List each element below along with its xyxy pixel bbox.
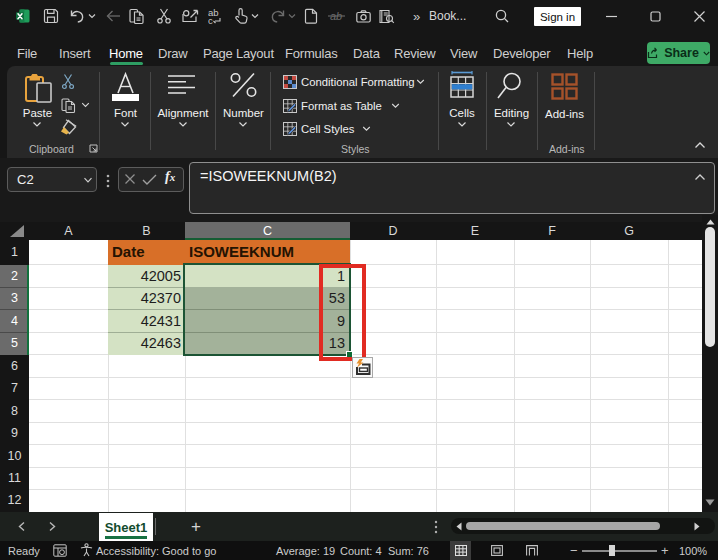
svg-text:c: c [208,15,213,25]
